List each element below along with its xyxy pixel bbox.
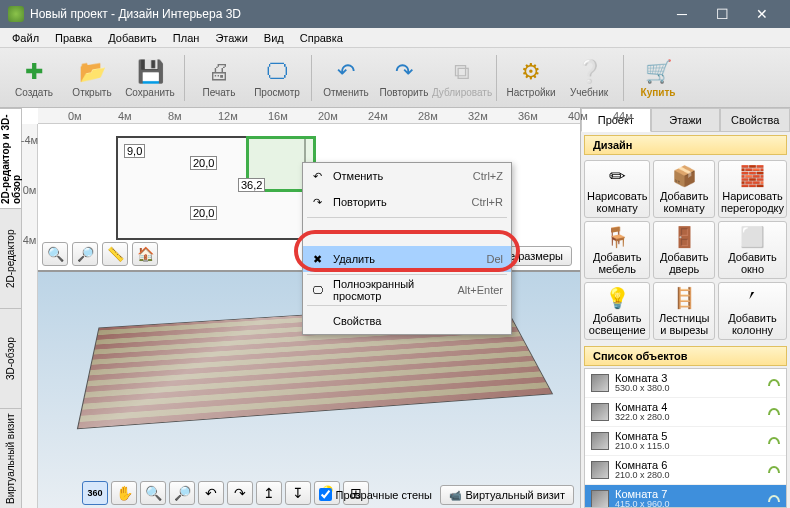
- maximize-button[interactable]: ☐: [702, 0, 742, 28]
- room-area-label: 36,2: [238, 178, 265, 192]
- room-area-label: 20,0: [190, 156, 217, 170]
- design-btn-Добавить-освещение[interactable]: 💡Добавить освещение: [584, 282, 650, 340]
- side-tab-2[interactable]: 3D-обзор: [0, 308, 21, 408]
- tutorial-icon: ❔: [575, 58, 603, 86]
- object-icon: [591, 490, 609, 508]
- object-row[interactable]: Комната 6210.0 x 280.0: [585, 456, 786, 485]
- object-icon: [591, 461, 609, 479]
- menu-вид[interactable]: Вид: [256, 30, 292, 46]
- transparent-walls-checkbox[interactable]: Прозрачные стены: [319, 488, 432, 501]
- rotate-right-3d[interactable]: ↷: [227, 481, 253, 505]
- minimize-button[interactable]: ─: [662, 0, 702, 28]
- ctx-Полноэкранный просмотр[interactable]: 🖵Полноэкранный просмотрAlt+Enter: [303, 277, 511, 303]
- design-btn-Нарисовать-комнату[interactable]: ✏Нарисовать комнату: [584, 160, 650, 218]
- object-icon: [591, 432, 609, 450]
- ruler-vertical: -4м0м4м: [22, 124, 38, 508]
- home-2d[interactable]: 🏠: [132, 242, 158, 266]
- pan-3d[interactable]: ✋: [111, 481, 137, 505]
- object-row[interactable]: Комната 7415.0 x 960.0: [585, 485, 786, 508]
- view360-button[interactable]: 360: [82, 481, 108, 505]
- side-tab-0[interactable]: 2D-редактор и 3D-обзор: [0, 108, 21, 208]
- measure-2d[interactable]: 📏: [102, 242, 128, 266]
- visibility-icon[interactable]: [768, 466, 780, 473]
- side-tab-1[interactable]: 2D-редактор: [0, 208, 21, 308]
- create-icon: ✚: [20, 58, 48, 86]
- menu-правка[interactable]: Правка: [47, 30, 100, 46]
- objects-section-header: Список объектов: [584, 346, 787, 366]
- right-tab-Этажи[interactable]: Этажи: [651, 108, 721, 132]
- toolbar-save-button[interactable]: 💾Сохранить: [122, 51, 178, 105]
- ctx-Повторить[interactable]: ↷ПовторитьCtrl+R: [303, 189, 511, 215]
- open-icon: 📂: [78, 58, 106, 86]
- tilt-down-3d[interactable]: ↧: [285, 481, 311, 505]
- toolbar-print-button[interactable]: 🖨Печать: [191, 51, 247, 105]
- menu-этажи[interactable]: Этажи: [207, 30, 255, 46]
- buy-icon: 🛒: [644, 58, 672, 86]
- object-row[interactable]: Комната 4322.0 x 280.0: [585, 398, 786, 427]
- window-title: Новый проект - Дизайн Интерьера 3D: [30, 7, 662, 21]
- room-area-label: 9,0: [124, 144, 145, 158]
- menu-добавить[interactable]: Добавить: [100, 30, 165, 46]
- context-menu: ↶ОтменитьCtrl+Z↷ПовторитьCtrl+R✖УдалитьD…: [302, 162, 512, 335]
- zoom-in-3d[interactable]: 🔍: [140, 481, 166, 505]
- toolbar-redo-button[interactable]: ↷Повторить: [376, 51, 432, 105]
- object-icon: [591, 403, 609, 421]
- ruler-horizontal: 0м4м8м12м16м20м24м28м32м36м40м44м: [38, 108, 580, 124]
- settings-icon: ⚙: [517, 58, 545, 86]
- menu-файл[interactable]: Файл: [4, 30, 47, 46]
- toolbar-tutorial-button[interactable]: ❔Учебник: [561, 51, 617, 105]
- design-section-header: Дизайн: [584, 135, 787, 155]
- design-btn-Лестницы-и-вырезы[interactable]: 🪜Лестницы и вырезы: [653, 282, 715, 340]
- object-icon: [591, 374, 609, 392]
- floorplan[interactable]: 9,020,036,220,0: [116, 136, 306, 240]
- room-area-label: 20,0: [190, 206, 217, 220]
- visibility-icon[interactable]: [768, 495, 780, 502]
- toolbar-settings-button[interactable]: ⚙Настройки: [503, 51, 559, 105]
- ctx-item[interactable]: [303, 220, 511, 246]
- right-tab-Свойства[interactable]: Свойства: [720, 108, 790, 132]
- zoom-in-2d[interactable]: 🔍: [42, 242, 68, 266]
- rotate-left-3d[interactable]: ↶: [198, 481, 224, 505]
- menu-план[interactable]: План: [165, 30, 208, 46]
- visibility-icon[interactable]: [768, 408, 780, 415]
- virtual-visit-button[interactable]: 📹 Виртуальный визит: [440, 485, 574, 505]
- dup-icon: ⧉: [448, 58, 476, 86]
- toolbar-view-button[interactable]: 🖵Просмотр: [249, 51, 305, 105]
- object-row[interactable]: Комната 5210.0 x 115.0: [585, 427, 786, 456]
- object-row[interactable]: Комната 3530.0 x 380.0: [585, 369, 786, 398]
- visibility-icon[interactable]: [768, 379, 780, 386]
- side-tab-3[interactable]: Виртуальный визит: [0, 408, 21, 508]
- close-button[interactable]: ✕: [742, 0, 782, 28]
- toolbar-create-button[interactable]: ✚Создать: [6, 51, 62, 105]
- design-btn-Добавить-комнату[interactable]: 📦Добавить комнату: [653, 160, 715, 218]
- redo-icon: ↷: [390, 58, 418, 86]
- ctx-Удалить[interactable]: ✖УдалитьDel: [303, 246, 511, 272]
- tilt-up-3d[interactable]: ↥: [256, 481, 282, 505]
- ctx-Свойства[interactable]: Свойства: [303, 308, 511, 334]
- design-btn-Добавить-окно[interactable]: ⬜Добавить окно: [718, 221, 787, 279]
- toolbar-buy-button[interactable]: 🛒Купить: [630, 51, 686, 105]
- design-btn-Добавить-мебель[interactable]: 🪑Добавить мебель: [584, 221, 650, 279]
- toolbar-open-button[interactable]: 📂Открыть: [64, 51, 120, 105]
- visibility-icon[interactable]: [768, 437, 780, 444]
- print-icon: 🖨: [205, 58, 233, 86]
- view-icon: 🖵: [263, 58, 291, 86]
- save-icon: 💾: [136, 58, 164, 86]
- design-btn-Добавить-дверь[interactable]: 🚪Добавить дверь: [653, 221, 715, 279]
- ctx-Отменить[interactable]: ↶ОтменитьCtrl+Z: [303, 163, 511, 189]
- undo-icon: ↶: [332, 58, 360, 86]
- app-icon: [8, 6, 24, 22]
- menu-справка[interactable]: Справка: [292, 30, 351, 46]
- design-btn-Нарисовать-перегородку[interactable]: 🧱Нарисовать перегородку: [718, 160, 787, 218]
- zoom-out-3d[interactable]: 🔎: [169, 481, 195, 505]
- toolbar-dup-button[interactable]: ⧉Дублировать: [434, 51, 490, 105]
- toolbar-undo-button[interactable]: ↶Отменить: [318, 51, 374, 105]
- zoom-out-2d[interactable]: 🔎: [72, 242, 98, 266]
- design-btn-Добавить-колонну[interactable]: ⎖Добавить колонну: [718, 282, 787, 340]
